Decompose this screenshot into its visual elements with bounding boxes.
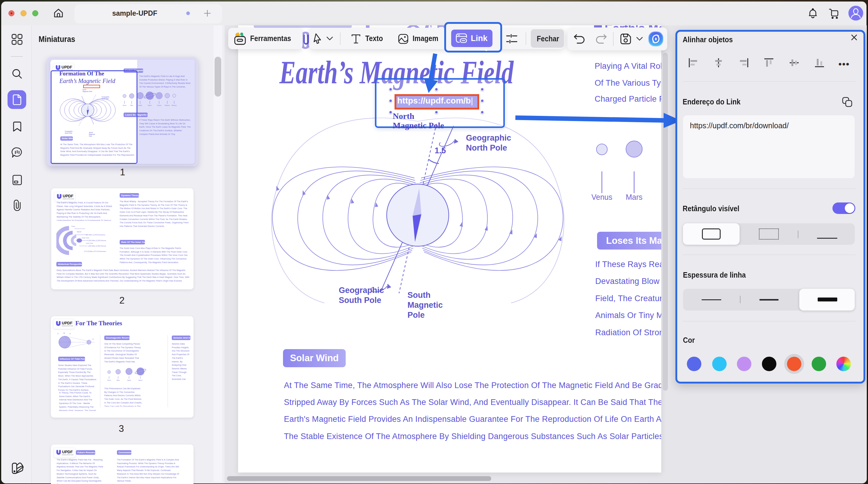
- svg-text:880 Miles (1,400 Kilometers): 880 Miles (1,400 Kilometers): [86, 234, 105, 236]
- svg-text:B: B: [64, 332, 65, 334]
- svg-text:Saturn: Saturn: [138, 379, 143, 381]
- svg-text:Mars: Mars: [626, 193, 643, 201]
- svg-text:Neptune: Neptune: [164, 105, 170, 106]
- svg-text:Venus: Venus: [591, 193, 613, 201]
- svg-text:Outer Core: Outer Core: [82, 237, 89, 239]
- svg-text:1,800 Miles (2,900 Kilometers): 1,800 Miles (2,900 Kilometers): [88, 245, 106, 247]
- svg-text:Mercury: Mercury: [172, 105, 177, 106]
- svg-text:Mars: Mars: [117, 379, 120, 381]
- svg-text:Mantle: Mantle: [77, 231, 82, 233]
- svg-text:Venus: Venus: [107, 379, 111, 381]
- svg-text:C: C: [93, 338, 94, 340]
- svg-text:5 To 25 Miles (8 To 40 Kilomet: 5 To 25 Miles (8 To 40 Kilometers): [84, 251, 106, 252]
- svg-text:Uranus: Uranus: [157, 105, 161, 106]
- svg-text:1.5: 1.5: [435, 146, 446, 155]
- svg-text:Crust: Crust: [71, 225, 75, 227]
- svg-text:Jupiter: Jupiter: [138, 105, 142, 106]
- svg-text:F': F': [70, 333, 71, 335]
- svg-text:Saturn: Saturn: [148, 105, 152, 106]
- svg-text:Inner Core: Inner Core: [86, 242, 93, 244]
- svg-text:1,500 Miles (2,250 Kilometers): 1,500 Miles (2,250 Kilometers): [88, 239, 106, 241]
- svg-text:Jupiter: Jupiter: [127, 379, 131, 381]
- svg-text:F: F: [58, 333, 59, 335]
